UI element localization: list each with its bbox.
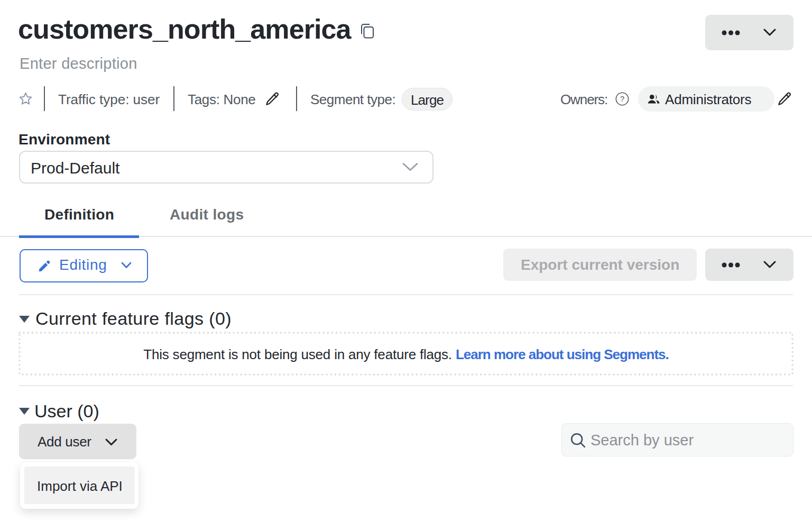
svg-text:?: ? [620,95,624,103]
